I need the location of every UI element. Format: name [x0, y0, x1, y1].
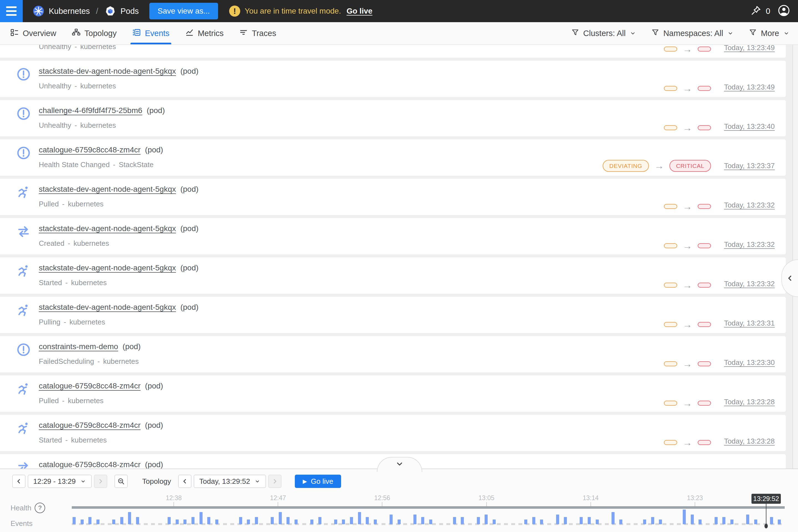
tab-events[interactable]: Events	[132, 22, 170, 44]
tab-overview[interactable]: Overview	[10, 22, 56, 44]
event-count-bar[interactable]	[286, 517, 289, 524]
event-count-bar[interactable]	[588, 517, 591, 524]
event-count-bar[interactable]	[120, 517, 123, 524]
event-count-bar[interactable]	[310, 519, 314, 524]
event-count-bar[interactable]	[271, 517, 274, 524]
event-count-bar[interactable]	[421, 517, 424, 524]
event-count-bar[interactable]	[659, 519, 662, 524]
event-count-bar[interactable]	[730, 519, 734, 524]
event-entity-link[interactable]: stackstate-dev-agent-node-agent-5gkqx	[39, 224, 176, 233]
event-entity-link[interactable]: catalogue-6759c8cc48-zm4cr	[39, 382, 140, 390]
event-count-bar[interactable]	[200, 512, 203, 524]
previous-range-button[interactable]	[12, 475, 25, 488]
event-count-bar[interactable]	[532, 517, 535, 524]
event-count-bar[interactable]	[770, 517, 773, 524]
event-count-bar[interactable]	[81, 519, 84, 524]
event-count-bar[interactable]	[318, 517, 321, 524]
event-count-bar[interactable]	[207, 517, 210, 524]
go-live-link[interactable]: Go live	[347, 7, 373, 16]
event-count-bar[interactable]	[96, 519, 99, 524]
event-count-bar[interactable]	[580, 517, 583, 524]
previous-time-button[interactable]	[178, 475, 191, 488]
health-timeline-bar[interactable]	[72, 506, 785, 509]
zoom-out-timeline-button[interactable]	[114, 475, 128, 488]
hamburger-menu-icon[interactable]	[0, 0, 23, 22]
event-timestamp[interactable]: Today, 13:23:40	[724, 122, 775, 131]
event-entity-link[interactable]: constraints-mem-demo	[39, 342, 118, 351]
event-count-bar[interactable]	[746, 515, 749, 524]
event-count-bar[interactable]	[477, 517, 480, 524]
event-count-bar[interactable]	[596, 519, 599, 524]
event-row[interactable]: stackstate-dev-agent-node-agent-5gkqx(po…	[0, 61, 786, 97]
event-count-bar[interactable]	[89, 517, 92, 524]
event-entity-link[interactable]: stackstate-dev-agent-node-agent-5gkqx	[39, 303, 176, 311]
event-row[interactable]: catalogue-6759c8cc48-zm4cr(pod) Pulled-k…	[0, 376, 786, 412]
event-row[interactable]: stackstate-dev-agent-node-agent-5gkqx(po…	[0, 179, 786, 215]
event-count-bar[interactable]	[374, 519, 377, 524]
event-count-bar[interactable]	[691, 515, 694, 524]
event-count-bar[interactable]	[215, 519, 218, 524]
filter-namespaces[interactable]: Namespaces: All	[651, 28, 734, 39]
event-count-bar[interactable]	[239, 517, 242, 524]
tab-topology[interactable]: Topology	[72, 22, 117, 44]
event-timestamp[interactable]: Today, 13:23:32	[724, 201, 775, 209]
event-count-bar[interactable]	[715, 517, 718, 524]
event-count-bar[interactable]	[136, 517, 139, 524]
event-count-bar[interactable]	[176, 519, 179, 524]
event-count-bar[interactable]	[540, 519, 543, 524]
event-count-bar[interactable]	[334, 519, 337, 524]
timeline-chart[interactable]: Health ? Events 12:3812:4712:5613:0513:1…	[0, 493, 798, 532]
event-count-bar[interactable]	[699, 519, 702, 524]
time-cursor-handle[interactable]	[764, 524, 768, 528]
event-count-bar[interactable]	[390, 515, 393, 524]
event-timestamp[interactable]: Today, 13:23:28	[724, 398, 775, 406]
tab-traces[interactable]: Traces	[239, 22, 276, 44]
event-count-bar[interactable]	[168, 517, 171, 524]
event-row[interactable]: catalogue-6759c8cc48-zm4cr(pod) Health S…	[0, 139, 786, 176]
event-row[interactable]: catalogue-6759c8cc48-zm4cr(pod) Started-…	[0, 415, 786, 451]
event-timestamp[interactable]: Today, 13:23:30	[724, 358, 775, 367]
event-count-bar[interactable]	[754, 519, 757, 524]
event-count-bar[interactable]	[247, 519, 250, 524]
event-count-bar[interactable]	[128, 512, 131, 524]
topology-datetime-dropdown[interactable]: Today, 13:29:52	[194, 475, 266, 488]
event-count-bar[interactable]	[722, 517, 725, 524]
event-row[interactable]: Unhealthy-kubernetes → Today, 13:23:49	[0, 45, 786, 58]
event-count-bar[interactable]	[184, 519, 187, 524]
event-timestamp[interactable]: Today, 13:23:32	[724, 280, 775, 288]
event-count-bar[interactable]	[342, 519, 345, 524]
event-timestamp[interactable]: Today, 13:23:49	[724, 45, 775, 52]
event-timestamp[interactable]: Today, 13:23:37	[724, 162, 775, 170]
time-range-dropdown[interactable]: 12:29 - 13:29	[28, 475, 92, 488]
next-time-button[interactable]	[268, 475, 282, 488]
event-count-bar[interactable]	[398, 519, 401, 524]
event-entity-link[interactable]: catalogue-6759c8cc48-zm4cr	[39, 421, 140, 430]
event-timestamp[interactable]: Today, 13:23:28	[724, 437, 775, 445]
event-count-bar[interactable]	[778, 519, 781, 524]
go-live-button[interactable]: ▶ Go live	[295, 475, 341, 488]
event-count-bar[interactable]	[461, 517, 464, 524]
event-count-bar[interactable]	[112, 519, 115, 524]
event-row[interactable]: constraints-mem-demo(pod) FailedScheduli…	[0, 336, 786, 373]
filter-clusters[interactable]: Clusters: All	[571, 28, 636, 39]
event-entity-link[interactable]: stackstate-dev-agent-node-agent-5gkqx	[39, 264, 176, 272]
event-entity-link[interactable]: challenge-4-6f9fdf4f75-25bm6	[39, 106, 142, 115]
event-count-bar[interactable]	[524, 519, 527, 524]
event-entity-link[interactable]: catalogue-6759c8cc48-zm4cr	[39, 146, 140, 154]
time-cursor-line[interactable]	[766, 504, 766, 526]
event-count-bar[interactable]	[294, 519, 298, 524]
event-count-bar[interactable]	[683, 510, 686, 524]
event-count-bar[interactable]	[564, 517, 567, 524]
event-count-bar[interactable]	[611, 512, 614, 524]
tab-metrics[interactable]: Metrics	[185, 22, 224, 44]
event-row[interactable]: stackstate-dev-agent-node-agent-5gkqx(po…	[0, 297, 786, 333]
help-icon[interactable]: ?	[35, 502, 45, 513]
breadcrumb-app[interactable]: Kubernetes	[49, 7, 90, 16]
pinned-items-button[interactable]: 0	[750, 5, 770, 17]
event-count-bar[interactable]	[255, 517, 258, 524]
event-entity-link[interactable]: stackstate-dev-agent-node-agent-5gkqx	[39, 67, 176, 75]
event-entity-link[interactable]: catalogue-6759c8cc48-zm4cr	[39, 460, 140, 469]
event-timestamp[interactable]: Today, 13:23:31	[724, 319, 775, 327]
event-entity-link[interactable]: stackstate-dev-agent-node-agent-5gkqx	[39, 185, 176, 193]
event-row[interactable]: stackstate-dev-agent-node-agent-5gkqx(po…	[0, 258, 786, 294]
